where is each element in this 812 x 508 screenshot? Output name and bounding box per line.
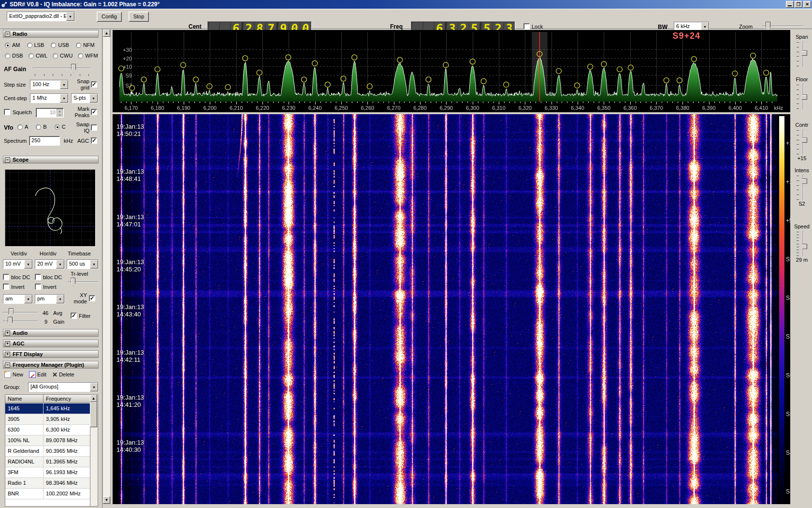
collapse-icon[interactable]: − <box>5 362 10 368</box>
bloc-dc-2-checkbox[interactable] <box>35 274 41 280</box>
mark-peaks-checkbox[interactable] <box>91 109 97 115</box>
verdiv-select[interactable]: 10 mV ▼ <box>3 259 33 269</box>
section-header-radio[interactable]: −Radio <box>3 30 99 38</box>
channel2-mode-select[interactable]: pm ▼ <box>35 294 65 304</box>
agc-checkbox[interactable] <box>91 137 97 144</box>
invert-1-checkbox[interactable] <box>3 284 9 290</box>
scroll-down-icon[interactable]: ▼ <box>103 496 110 504</box>
tr-level-slider[interactable] <box>68 278 99 286</box>
zoom-slider[interactable] <box>763 22 804 30</box>
edit-button[interactable]: Edit <box>28 371 48 378</box>
mode-dsb[interactable]: DSB <box>5 53 23 59</box>
gain-thumb[interactable] <box>8 317 13 326</box>
section-header-freq-manager[interactable]: −Frequency Manager (Plugin) <box>3 361 99 369</box>
timebase-select[interactable]: 500 us ▼ <box>67 259 99 269</box>
expand-icon[interactable]: + <box>5 330 10 336</box>
chevron-down-icon[interactable]: ▼ <box>24 295 32 303</box>
floor-slider[interactable] <box>793 84 811 110</box>
section-header-fft[interactable]: +FFT Display <box>3 350 99 358</box>
radio-icon[interactable] <box>27 43 32 48</box>
spts-select[interactable]: S-pts ▼ <box>71 93 98 103</box>
intens-slider[interactable] <box>793 175 811 201</box>
section-header-agc[interactable]: +AGC <box>3 340 99 347</box>
mode-am[interactable]: AM <box>5 42 20 48</box>
table-row[interactable]: 100% NL89.0078 MHz <box>5 435 90 446</box>
radio-icon[interactable] <box>55 124 60 130</box>
radio-icon[interactable] <box>76 43 81 48</box>
restore-button[interactable]: ❐ <box>795 1 802 8</box>
panel-scrollbar[interactable]: ▲ ▼ <box>102 29 111 504</box>
af-gain-track[interactable] <box>33 68 91 69</box>
waterfall-canvas[interactable] <box>113 114 790 504</box>
expand-icon[interactable]: + <box>5 352 10 357</box>
af-gain-slider[interactable] <box>33 64 91 73</box>
radio-icon[interactable] <box>51 43 56 48</box>
table-row[interactable]: 63006,300 kHz <box>5 425 90 435</box>
minimize-button[interactable] <box>786 1 794 8</box>
slider-thumb[interactable] <box>800 137 807 143</box>
section-header-scope[interactable]: −Scope <box>3 156 99 164</box>
chevron-down-icon[interactable]: ▼ <box>66 12 74 21</box>
chevron-down-icon[interactable]: ▼ <box>24 260 32 269</box>
source-select[interactable]: ExtIO_pappradio2.dll - ExtIO_ ▼ <box>7 12 75 21</box>
contr-slider[interactable] <box>793 129 811 155</box>
chevron-down-icon[interactable]: ▼ <box>56 260 64 269</box>
table-row[interactable]: R Gelderland90.3965 MHz <box>5 446 90 457</box>
filter-checkbox[interactable] <box>71 313 77 319</box>
table-row[interactable]: Radio 198.3946 MHz <box>5 478 90 489</box>
table-scrollbar[interactable]: ▲ <box>90 395 98 506</box>
slider-thumb[interactable] <box>800 94 807 100</box>
spectrum-span-input[interactable]: 250 <box>29 136 60 146</box>
chevron-down-icon[interactable]: ▼ <box>89 94 98 103</box>
avg-thumb[interactable] <box>9 308 14 317</box>
swap-iq-checkbox[interactable] <box>91 124 97 131</box>
table-scrollbar-thumb[interactable] <box>90 402 97 427</box>
vfo-c[interactable]: C <box>55 124 66 130</box>
scroll-up-icon[interactable]: ▲ <box>103 30 110 37</box>
mode-wfm[interactable]: WFM <box>78 53 98 59</box>
spectrum-analyzer[interactable]: S9+24 <box>113 30 790 112</box>
column-header-frequency[interactable]: Frequency <box>44 395 90 403</box>
group-select[interactable]: [All Groups] ▼ <box>28 382 99 392</box>
table-row[interactable]: 39053,905 kHz <box>5 414 90 425</box>
mode-nfm[interactable]: NFM <box>76 42 95 48</box>
section-header-audio[interactable]: +Audio <box>3 329 99 337</box>
slider-thumb[interactable] <box>800 179 807 184</box>
column-header-name[interactable]: Name <box>5 395 44 403</box>
avg-track[interactable] <box>3 312 39 313</box>
step-size-select[interactable]: 100 Hz ▼ <box>30 80 69 90</box>
chevron-down-icon[interactable]: ▼ <box>60 80 68 89</box>
table-row[interactable]: BNR100.2002 MHz <box>5 489 90 499</box>
snap-grid-checkbox[interactable] <box>91 81 97 88</box>
chevron-down-icon[interactable]: ▼ <box>90 260 98 269</box>
zoom-slider-thumb[interactable] <box>766 22 770 30</box>
radio-icon[interactable] <box>29 53 34 59</box>
vfo-a[interactable]: A <box>17 124 28 130</box>
invert-2-checkbox[interactable] <box>35 284 41 290</box>
collapse-icon[interactable]: − <box>5 157 10 163</box>
squelch-checkbox[interactable] <box>4 109 10 115</box>
bloc-dc-1-checkbox[interactable] <box>3 274 9 280</box>
table-row[interactable]: 3FM96.1993 MHz <box>5 467 90 478</box>
chevron-down-icon[interactable]: ▼ <box>60 94 68 103</box>
af-gain-thumb[interactable] <box>71 64 76 73</box>
lock-checkbox[interactable] <box>523 23 530 30</box>
tr-level-thumb[interactable] <box>71 278 75 286</box>
scroll-up-icon[interactable]: ▲ <box>90 395 97 402</box>
radio-icon[interactable] <box>36 124 41 130</box>
radio-icon[interactable] <box>17 124 23 130</box>
squelch-value-spinner[interactable]: 10 ▲▼ <box>36 108 64 118</box>
close-button[interactable]: ✕ <box>803 1 811 8</box>
channel1-mode-select[interactable]: am ▼ <box>3 294 33 304</box>
table-row[interactable]: RADIO4NL91.3965 MHz <box>5 457 90 467</box>
slider-thumb[interactable] <box>800 50 807 56</box>
xy-mode-checkbox[interactable] <box>89 295 95 301</box>
waterfall-display[interactable]: 19:Jan:13 14:50:2119:Jan:13 14:48:4119:J… <box>113 114 790 504</box>
hordiv-select[interactable]: 20 mV ▼ <box>35 259 65 269</box>
cent-step-select[interactable]: 1 Mhz ▼ <box>30 93 69 103</box>
mode-cwu[interactable]: CWU <box>53 53 72 59</box>
radio-icon[interactable] <box>53 53 58 59</box>
chevron-down-icon[interactable]: ▼ <box>56 295 64 303</box>
chevron-down-icon[interactable]: ▼ <box>90 383 98 391</box>
collapse-icon[interactable]: − <box>5 31 10 37</box>
